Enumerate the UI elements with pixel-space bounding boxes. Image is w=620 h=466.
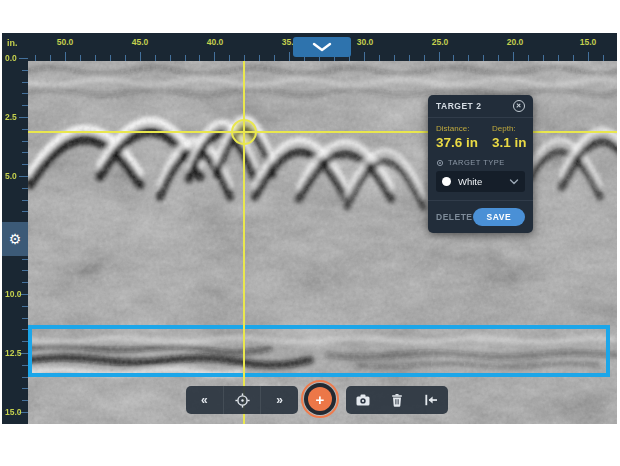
target-type-label: TARGET TYPE bbox=[448, 158, 505, 167]
ruler-tick bbox=[259, 55, 260, 61]
ruler-tick bbox=[110, 55, 111, 61]
trash-icon bbox=[391, 394, 403, 407]
top-ruler-label: 20.0 bbox=[507, 37, 524, 47]
double-chevron-right-icon: » bbox=[276, 394, 283, 406]
ruler-tick bbox=[22, 282, 28, 283]
top-ruler-label: 15.0 bbox=[580, 37, 597, 47]
ruler-tick bbox=[65, 52, 66, 61]
left-ruler-label: 2.5 bbox=[5, 112, 17, 122]
depth-region-highlight bbox=[28, 325, 610, 377]
left-ruler-label: 12.5 bbox=[5, 348, 22, 358]
ruler-tick bbox=[22, 188, 28, 189]
ruler-tick bbox=[214, 52, 215, 61]
distance-metric: Distance: 37.6 in bbox=[436, 124, 478, 150]
ruler-tick bbox=[424, 55, 425, 61]
target-type-icon bbox=[436, 159, 444, 167]
ruler-tick bbox=[35, 55, 36, 61]
chevron-down-icon bbox=[509, 179, 519, 185]
ruler-tick bbox=[409, 55, 410, 61]
depth-label: Depth: bbox=[492, 124, 527, 133]
target-type-dropdown[interactable]: White bbox=[436, 171, 525, 192]
settings-button[interactable]: ⚙ bbox=[2, 222, 28, 256]
previous-target-button[interactable]: « bbox=[186, 386, 223, 414]
center-target-button[interactable] bbox=[223, 386, 261, 414]
top-ruler-label: 50.0 bbox=[57, 37, 74, 47]
ruler-tick bbox=[140, 52, 141, 61]
left-ruler-label: 15.0 bbox=[5, 407, 22, 417]
ruler-tick bbox=[274, 55, 275, 61]
ruler-tick bbox=[22, 141, 28, 142]
ruler-tick bbox=[19, 58, 28, 59]
ruler-tick bbox=[95, 55, 96, 61]
gear-icon: ⚙ bbox=[9, 231, 22, 247]
collapse-panel-tab[interactable] bbox=[293, 37, 351, 57]
chevron-down-icon bbox=[310, 41, 334, 53]
ruler-tick bbox=[22, 82, 28, 83]
ruler-tick bbox=[185, 55, 186, 61]
ruler-tick bbox=[19, 176, 28, 177]
ruler-tick bbox=[379, 55, 380, 61]
ruler-tick bbox=[22, 306, 28, 307]
plus-icon: + bbox=[316, 392, 325, 407]
ruler-tick bbox=[394, 55, 395, 61]
ruler-tick bbox=[22, 200, 28, 201]
delete-scan-button[interactable] bbox=[380, 386, 414, 414]
save-button[interactable]: SAVE bbox=[473, 208, 526, 226]
ruler-tick bbox=[50, 55, 51, 61]
add-target-button[interactable]: + bbox=[301, 380, 339, 418]
gpr-scan-app: 50.045.040.035.030.025.020.015.0 0.02.55… bbox=[2, 33, 617, 424]
ruler-tick bbox=[22, 70, 28, 71]
close-icon[interactable] bbox=[513, 100, 525, 112]
ruler-tick bbox=[439, 52, 440, 61]
distance-label: Distance: bbox=[436, 124, 478, 133]
ruler-tick bbox=[22, 152, 28, 153]
ruler-tick bbox=[22, 211, 28, 212]
ruler-tick bbox=[22, 365, 28, 366]
ruler-tick bbox=[22, 388, 28, 389]
screenshot-button[interactable] bbox=[346, 386, 380, 414]
ruler-tick bbox=[588, 52, 589, 61]
crosshair-vertical-line bbox=[243, 61, 245, 424]
ruler-tick bbox=[22, 164, 28, 165]
top-ruler-label: 40.0 bbox=[207, 37, 224, 47]
ruler-tick bbox=[483, 55, 484, 61]
ruler-tick bbox=[543, 55, 544, 61]
ruler-tick bbox=[22, 259, 28, 260]
ruler-tick bbox=[22, 377, 28, 378]
left-ruler-label: 0.0 bbox=[5, 53, 17, 63]
ruler-unit-label: in. bbox=[7, 38, 18, 48]
ruler-tick bbox=[22, 318, 28, 319]
target-popup: TARGET 2 Distance: 37.6 in Depth: 3.1 in bbox=[428, 95, 533, 233]
ruler-tick bbox=[170, 55, 171, 61]
ruler-tick bbox=[22, 129, 28, 130]
ruler-tick bbox=[155, 55, 156, 61]
ruler-tick bbox=[22, 105, 28, 106]
ruler-tick bbox=[80, 55, 81, 61]
target-marker-circle[interactable] bbox=[231, 119, 257, 145]
next-target-button[interactable]: » bbox=[260, 386, 298, 414]
popup-title: TARGET 2 bbox=[436, 101, 481, 111]
go-to-start-button[interactable] bbox=[414, 386, 448, 414]
navigation-toolbar: « » bbox=[186, 386, 298, 414]
ruler-tick bbox=[22, 329, 28, 330]
ruler-tick bbox=[364, 52, 365, 61]
ruler-tick bbox=[573, 55, 574, 61]
ruler-tick bbox=[528, 55, 529, 61]
ruler-tick bbox=[22, 400, 28, 401]
ruler-tick bbox=[468, 55, 469, 61]
left-ruler-label: 5.0 bbox=[5, 171, 17, 181]
left-ruler-label: 10.0 bbox=[5, 289, 22, 299]
depth-value: 3.1 in bbox=[492, 135, 527, 150]
skip-to-start-icon bbox=[424, 394, 438, 406]
top-ruler-label: 30.0 bbox=[357, 37, 374, 47]
distance-value: 37.6 in bbox=[436, 135, 478, 150]
double-chevron-left-icon: « bbox=[201, 394, 208, 406]
delete-button[interactable]: DELETE bbox=[436, 212, 473, 222]
white-color-swatch bbox=[442, 177, 451, 186]
ruler-tick bbox=[199, 55, 200, 61]
top-ruler-label: 45.0 bbox=[132, 37, 149, 47]
ruler-tick bbox=[244, 55, 245, 61]
camera-icon bbox=[356, 394, 370, 406]
ruler-tick bbox=[603, 55, 604, 61]
ruler-tick bbox=[125, 55, 126, 61]
